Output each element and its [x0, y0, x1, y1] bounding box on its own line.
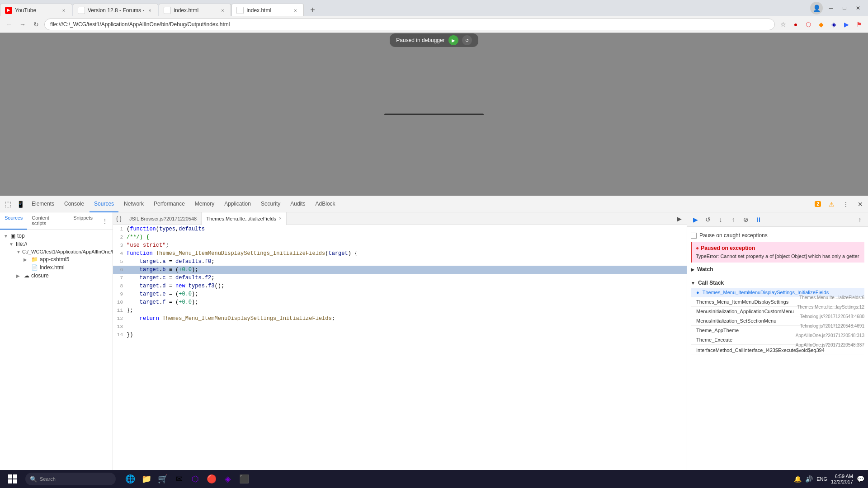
tree-item-app-cshtml5[interactable]: ▶ 📁 app-cshtml5: [0, 255, 113, 263]
resume-debug-btn[interactable]: ▶: [690, 214, 701, 225]
call-stack-item-0[interactable]: Themes_Menu_ItemMenuDisplaySettings_Init…: [691, 288, 864, 297]
ext6-icon[interactable]: ⚑: [854, 19, 864, 30]
code-format-icon[interactable]: { }: [113, 213, 125, 225]
file-panel-tab-snippets[interactable]: Snippets: [69, 212, 97, 230]
tab-index2-close[interactable]: ×: [292, 7, 299, 14]
tab-youtube[interactable]: ▶ YouTube ×: [0, 4, 72, 16]
start-button[interactable]: [4, 470, 22, 488]
profile-icon[interactable]: 👤: [810, 2, 823, 14]
tab-forums-close[interactable]: ×: [146, 7, 153, 14]
tab-security[interactable]: Security: [256, 196, 285, 212]
taskbar-app-vs[interactable]: ⬡: [188, 472, 203, 486]
step-out-btn[interactable]: ↑: [728, 214, 739, 225]
deactivate-btn[interactable]: ⊘: [741, 214, 751, 225]
taskbar-app-ie[interactable]: 🌐: [123, 472, 137, 486]
tree-item-top[interactable]: ▼ ▣ top: [0, 232, 113, 240]
taskbar-right: 🔔 🔊 ENG 6:59 AM 12/2/2017 💬: [794, 474, 864, 484]
expand-file-icon: ▼: [9, 242, 14, 247]
call-stack-fn-5: Theme_Execute: [696, 337, 732, 343]
watch-section-header[interactable]: ▶ Watch: [691, 264, 864, 274]
tab-index1[interactable]: index.html ×: [159, 4, 231, 16]
taskbar-volume-icon[interactable]: 🔊: [805, 475, 813, 483]
call-stack-section-header[interactable]: ▼ Call Stack: [691, 278, 864, 288]
code-content[interactable]: 1 (function(types,defaults 2 /**/) { 3 "…: [113, 225, 687, 476]
svg-rect-3: [13, 479, 17, 483]
tree-folder-icon: 📁: [31, 256, 38, 263]
call-stack-fn-6: InterfaceMethod_CallInterface_I423$Execu…: [696, 347, 825, 353]
ext4-icon[interactable]: ◈: [828, 19, 839, 30]
file-panel-more-icon[interactable]: ⋮: [99, 215, 111, 227]
forward-button[interactable]: →: [17, 19, 28, 30]
code-line-3: 3 "use strict";: [113, 241, 687, 249]
code-line-14: 14 }): [113, 331, 687, 339]
index2-favicon: [236, 7, 244, 14]
devtools-more-icon[interactable]: ⋮: [840, 198, 852, 210]
code-tab-jsil[interactable]: JSIL.Browser.js?20171220548: [125, 212, 202, 225]
taskbar-app-store[interactable]: 🛒: [156, 472, 170, 486]
new-tab-button[interactable]: +: [306, 4, 319, 16]
tree-item-index-label: index.html: [40, 264, 65, 271]
close-button[interactable]: ✕: [852, 2, 864, 14]
file-panel-tab-content-scripts[interactable]: Content scripts: [27, 212, 69, 230]
tree-item-path[interactable]: ▼ C:/_WCG/test1/Application/AppAllInOne/…: [0, 248, 113, 255]
tab-performance[interactable]: Performance: [149, 196, 189, 212]
code-tab-close[interactable]: ×: [279, 216, 282, 221]
taskbar-search[interactable]: 🔍 Search: [25, 473, 116, 485]
code-more-icon[interactable]: ▶: [673, 213, 685, 225]
step-into-btn[interactable]: ↓: [715, 214, 726, 225]
taskbar-app-folder[interactable]: 📁: [139, 472, 154, 486]
tab-memory[interactable]: Memory: [190, 196, 219, 212]
taskbar-app-red[interactable]: ⬛: [237, 472, 251, 486]
tab-audits[interactable]: Audits: [286, 196, 310, 212]
tab-index1-close[interactable]: ×: [219, 7, 226, 14]
step-over-button[interactable]: ↺: [462, 35, 472, 45]
code-line-9: 9 target.e = (+0.0);: [113, 290, 687, 298]
tab-index2[interactable]: index.html ×: [231, 4, 304, 16]
ext5-icon[interactable]: ▶: [841, 19, 852, 30]
pause-exceptions-checkbox[interactable]: [691, 233, 697, 239]
devtools-device-icon[interactable]: 📱: [14, 198, 26, 210]
devtools-toolbar-right: 2 ⚠ ⋮ ✕: [815, 198, 866, 210]
taskbar-app-vs2[interactable]: ◈: [221, 472, 235, 486]
tab-adblock[interactable]: AdBlock: [311, 196, 340, 212]
taskbar-app-mail[interactable]: ✉: [172, 472, 186, 486]
tree-item-closure-label: closure: [31, 272, 49, 279]
pause-exceptions-label: Pause on caught exceptions: [699, 232, 768, 239]
tab-application[interactable]: Application: [220, 196, 255, 212]
tree-item-index-html[interactable]: 📄 index.html: [0, 263, 113, 272]
tab-forums[interactable]: Version 12.8 - Forums - ×: [73, 4, 158, 16]
address-input[interactable]: [44, 19, 775, 30]
taskbar-notification-center-icon[interactable]: 💬: [857, 475, 864, 483]
step-over-btn[interactable]: ↺: [703, 214, 713, 225]
reload-button[interactable]: ↻: [31, 19, 42, 30]
tree-item-file[interactable]: ▼ file://: [0, 240, 113, 248]
call-stack-loc-4: AppAllInOne.js?20171220548:313: [796, 333, 864, 338]
tab-network[interactable]: Network: [119, 196, 148, 212]
devtools-warning-icon[interactable]: ⚠: [826, 198, 837, 210]
paused-bar: Paused in debugger ▶ ↺: [0, 33, 868, 47]
taskbar-notification-icon[interactable]: 🔔: [794, 475, 802, 483]
tree-item-closure[interactable]: ▶ ☁ closure: [0, 272, 113, 280]
back-button[interactable]: ←: [4, 19, 14, 30]
code-panel: { } JSIL.Browser.js?20171220548 Themes.M…: [113, 212, 687, 487]
call-stack-fn-3: MenusInitialization_SetSectionMenu: [696, 318, 776, 324]
ext1-icon[interactable]: ●: [790, 19, 801, 30]
devtools-inspect-icon[interactable]: ⬚: [2, 198, 14, 210]
scroll-to-top-btn[interactable]: ↑: [854, 214, 865, 225]
taskbar-app-chrome[interactable]: 🔴: [204, 472, 219, 486]
ext2-icon[interactable]: ⬡: [803, 19, 814, 30]
tab-elements[interactable]: Elements: [27, 196, 59, 212]
tab-console[interactable]: Console: [60, 196, 89, 212]
bookmark-icon[interactable]: ☆: [778, 19, 788, 30]
maximize-button[interactable]: □: [838, 2, 851, 14]
code-tab-themes[interactable]: Themes.Menu.Ite...itializeFields ×: [202, 212, 287, 225]
minimize-button[interactable]: ─: [825, 2, 837, 14]
devtools-close-icon[interactable]: ✕: [854, 198, 866, 210]
ext3-icon[interactable]: ◆: [816, 19, 826, 30]
tab-sources[interactable]: Sources: [90, 196, 118, 212]
resume-button[interactable]: ▶: [448, 35, 458, 45]
tab-youtube-close[interactable]: ×: [60, 7, 67, 14]
code-tab-jsil-label: JSIL.Browser.js?20171220548: [129, 216, 197, 221]
file-panel-tab-sources[interactable]: Sources: [0, 212, 27, 230]
pause-btn[interactable]: ⏸: [753, 214, 764, 225]
